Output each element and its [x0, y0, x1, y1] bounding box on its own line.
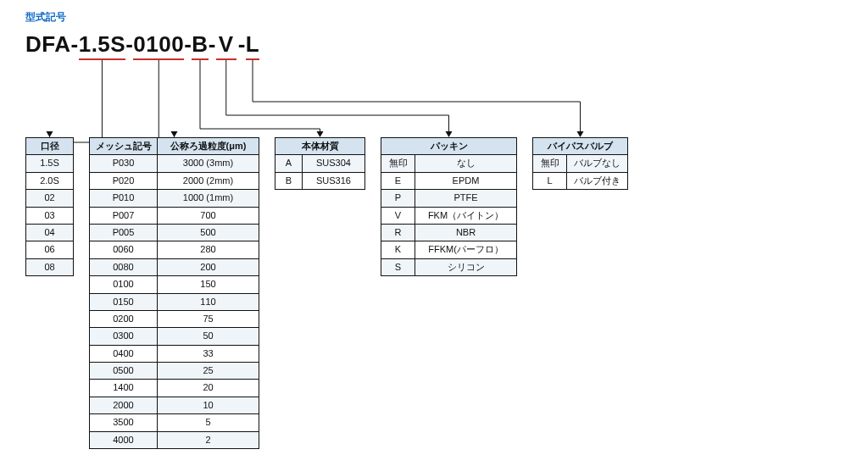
table-cell: 280 [158, 241, 259, 258]
table-cell: 08 [26, 258, 74, 275]
section-title: 型式記号 [25, 10, 843, 25]
table-cell: P030 [90, 155, 158, 172]
table-cell: L [533, 172, 567, 189]
table-cell: 03 [26, 207, 74, 224]
tables-row: 口径 1.5S2.0S0203040608 メッシュ記号 公称ろ過粒度(μm) … [25, 137, 843, 449]
table-cell: 5 [158, 414, 259, 431]
table-mesh-header-0: メッシュ記号 [90, 138, 158, 155]
table-cell: 20 [158, 380, 259, 397]
table-cell: P010 [90, 190, 158, 207]
table-cell: E [381, 172, 415, 189]
table-cell: 2 [158, 431, 259, 448]
model-code: DFA-1.5S-0100-B-V-L [25, 31, 843, 58]
model-seg-packing: V [216, 31, 236, 58]
model-seg-bypass: L [246, 31, 259, 58]
table-cell: 1000 (1mm) [158, 190, 259, 207]
table-cell: 3000 (3mm) [158, 155, 259, 172]
table-cell: 4000 [90, 431, 158, 448]
table-cell: SUS304 [303, 155, 365, 172]
table-mesh: メッシュ記号 公称ろ過粒度(μm) P0303000 (3mm)P0202000… [89, 137, 259, 449]
table-cell: FFKM(パーフロ） [415, 241, 517, 258]
svg-marker-2 [317, 131, 324, 137]
table-cell: NBR [415, 224, 517, 241]
table-cell: PTFE [415, 190, 517, 207]
table-material-header: 本体材質 [275, 138, 365, 155]
svg-marker-3 [446, 131, 453, 137]
dash5: - [236, 31, 246, 58]
svg-marker-4 [577, 131, 584, 137]
table-cell: 75 [158, 310, 259, 327]
table-cell: 0300 [90, 328, 158, 345]
table-cell: シリコン [415, 258, 517, 275]
table-packing: パッキン 無印なしEEPDMPPTFEVFKM（バイトン）RNBRKFFKM(パ… [381, 137, 517, 276]
table-packing-header: パッキン [381, 138, 517, 155]
table-cell: バルブなし [567, 155, 628, 172]
table-cell: 0150 [90, 293, 158, 310]
table-cell: P [381, 190, 415, 207]
dash1: - [71, 31, 79, 58]
table-cell: バルブ付き [567, 172, 628, 189]
table-cell: EPDM [415, 172, 517, 189]
table-cell: 10 [158, 397, 259, 413]
table-cell: 50 [158, 328, 259, 345]
table-cell: 02 [26, 190, 74, 207]
table-cell: 0200 [90, 310, 158, 327]
table-bypass-header: バイパスバルブ [533, 138, 628, 155]
table-cell: なし [415, 155, 517, 172]
table-cell: P020 [90, 172, 158, 189]
model-prefix: DFA [25, 31, 71, 58]
table-cell: 700 [158, 207, 259, 224]
table-cell: 25 [158, 363, 259, 380]
table-cell: S [381, 258, 415, 275]
model-seg-bore: 1.5S [79, 31, 126, 58]
svg-marker-1 [171, 131, 178, 137]
table-cell: P007 [90, 207, 158, 224]
table-cell: V [381, 207, 415, 224]
model-seg-mesh: 0100 [133, 31, 184, 58]
dash4: - [209, 31, 216, 58]
table-cell: 1400 [90, 380, 158, 397]
table-cell: 0060 [90, 241, 158, 258]
table-bore: 口径 1.5S2.0S0203040608 [25, 137, 74, 276]
table-cell: 06 [26, 241, 74, 258]
table-cell: 0400 [90, 345, 158, 362]
model-seg-material: B [192, 31, 208, 58]
table-material: 本体材質 ASUS304BSUS316 [275, 137, 365, 190]
table-mesh-header-1: 公称ろ過粒度(μm) [158, 138, 259, 155]
table-cell: 0500 [90, 363, 158, 380]
table-cell: FKM（バイトン） [415, 207, 517, 224]
table-cell: K [381, 241, 415, 258]
table-cell: 0080 [90, 258, 158, 275]
table-cell: 0100 [90, 276, 158, 293]
table-cell: 1.5S [26, 155, 74, 172]
table-cell: A [275, 155, 303, 172]
table-cell: P005 [90, 224, 158, 241]
dash3: - [184, 31, 192, 58]
table-cell: B [275, 172, 303, 189]
table-cell: R [381, 224, 415, 241]
table-cell: 無印 [533, 155, 567, 172]
table-cell: SUS316 [303, 172, 365, 189]
table-cell: 2.0S [26, 172, 74, 189]
table-cell: 500 [158, 224, 259, 241]
table-cell: 33 [158, 345, 259, 362]
table-cell: 04 [26, 224, 74, 241]
table-cell: 3500 [90, 414, 158, 431]
svg-marker-0 [47, 131, 53, 137]
table-cell: 200 [158, 258, 259, 275]
table-bypass: バイパスバルブ 無印バルブなしLバルブ付き [532, 137, 628, 190]
dash2: - [125, 31, 133, 58]
table-cell: 150 [158, 276, 259, 293]
table-cell: 110 [158, 293, 259, 310]
table-cell: 2000 (2mm) [158, 172, 259, 189]
table-cell: 2000 [90, 397, 158, 413]
table-cell: 無印 [381, 155, 415, 172]
table-bore-header: 口径 [26, 138, 74, 155]
